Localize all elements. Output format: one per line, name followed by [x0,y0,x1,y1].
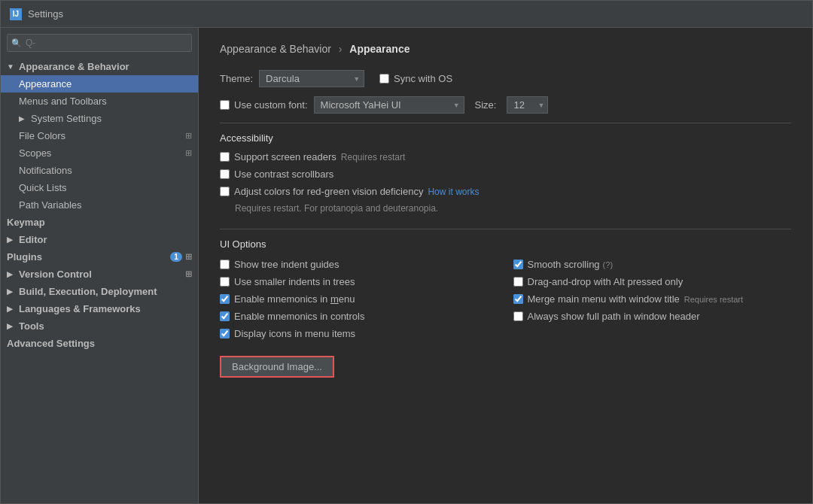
screen-readers-row: Support screen readers Requires restart [220,151,791,162]
mnemonics-menu-row: Enable mnemonics in menu [220,293,498,305]
sync-os-container: Sync with OS [379,73,452,84]
window-title: Settings [28,8,63,20]
search-icon: 🔍 [11,38,22,48]
mnemonics-controls-label: Enable mnemonics in controls [234,311,364,322]
screen-readers-label: Support screen readers [234,151,336,162]
sidebar-item-tools[interactable]: ▶ Tools [1,317,198,335]
sidebar-item-path-variables[interactable]: Path Variables [1,196,198,214]
smooth-scrolling-label: Smooth scrolling [528,259,600,270]
chevron-down-icon: ▼ [7,62,16,71]
plugins-badge: 1 [170,252,182,262]
sidebar-item-advanced-settings[interactable]: Advanced Settings [1,335,198,352]
drag-drop-checkbox[interactable] [513,277,523,287]
smooth-scrolling-help-icon[interactable]: (?) [603,260,613,269]
background-image-button[interactable]: Background Image... [220,356,334,378]
sidebar-item-plugins[interactable]: Plugins 1 ⊞ [1,248,198,266]
sidebar-item-appearance-behavior[interactable]: ▼ Appearance & Behavior [1,58,198,75]
custom-font-row: Use custom font: Microsoft YaHei UI Size… [220,96,791,114]
sidebar-item-quick-lists[interactable]: Quick Lists [1,179,198,196]
sidebar-item-version-control[interactable]: ▶ Version Control ⊞ [1,266,198,283]
sidebar-item-scopes[interactable]: Scopes ⊞ [1,144,198,162]
scopes-icon: ⊞ [185,148,192,158]
tree-indent-checkbox[interactable] [220,260,230,269]
font-select-wrapper: Microsoft YaHei UI [314,96,464,114]
divider-1 [220,123,791,123]
breadcrumb: Appearance & Behavior › Appearance [220,43,791,55]
mnemonics-controls-row: Enable mnemonics in controls [220,311,498,322]
theme-row: Theme: Darcula IntelliJ Light High Contr… [220,70,791,87]
theme-select-wrapper: Darcula IntelliJ Light High Contrast [259,70,364,87]
screen-readers-checkbox[interactable] [220,152,230,162]
main-content: Appearance & Behavior › Appearance Theme… [199,28,812,503]
merge-menu-restart: Requires restart [684,295,743,304]
chevron-right-icon-editor: ▶ [7,235,16,244]
sidebar-item-notifications[interactable]: Notifications [1,162,198,179]
accessibility-section: Accessibility Support screen readers Req… [220,132,791,214]
sidebar-item-appearance[interactable]: Appearance [1,75,198,93]
mnemonics-controls-checkbox[interactable] [220,311,230,321]
color-deficiency-checkbox[interactable] [220,187,230,196]
smaller-indents-label: Use smaller indents in trees [234,276,355,287]
ui-options-left: Show tree indent guides Use smaller inde… [220,259,498,339]
breadcrumb-current: Appearance [349,43,410,55]
drag-drop-row: Drag-and-drop with Alt pressed only [513,276,792,287]
contrast-scrollbars-row: Use contrast scrollbars [220,169,791,180]
smaller-indents-checkbox[interactable] [220,277,230,287]
sync-os-checkbox[interactable] [379,74,389,83]
sidebar-item-system-settings[interactable]: ▶ System Settings [1,110,198,127]
merge-menu-checkbox[interactable] [513,294,523,304]
sidebar-item-keymap[interactable]: Keymap [1,214,198,231]
vc-icon: ⊞ [185,269,192,279]
sidebar: 🔍 ▼ Appearance & Behavior Appearance Men… [1,28,199,503]
font-size-wrapper: 12 11 13 14 [507,96,548,114]
sidebar-item-build-execution[interactable]: ▶ Build, Execution, Deployment [1,283,198,300]
accessibility-title: Accessibility [220,132,791,144]
file-colors-icon: ⊞ [185,131,192,141]
ui-options-grid: Show tree indent guides Use smaller inde… [220,259,791,339]
app-icon: IJ [10,8,22,20]
merge-menu-row: Merge main menu with window title Requir… [513,293,792,305]
contrast-scrollbars-checkbox[interactable] [220,169,230,179]
breadcrumb-separator: › [339,43,343,55]
custom-font-checkbox[interactable] [220,100,230,110]
ui-options-title: UI Options [220,238,791,250]
size-label: Size: [475,99,497,111]
tree-indent-label: Show tree indent guides [234,259,339,270]
search-input[interactable] [7,34,192,52]
color-deficiency-row: Adjust colors for red-green vision defic… [220,186,791,197]
ui-options-right: Smooth scrolling (?) Drag-and-drop with … [513,259,792,339]
drag-drop-label: Drag-and-drop with Alt pressed only [528,276,684,287]
full-path-row: Always show full path in window header [513,311,792,322]
font-select[interactable]: Microsoft YaHei UI [314,96,464,114]
display-icons-label: Display icons in menu items [234,328,355,339]
sidebar-item-file-colors[interactable]: File Colors ⊞ [1,127,198,144]
chevron-right-icon-tools: ▶ [7,322,16,330]
mnemonics-menu-checkbox[interactable] [220,294,230,304]
tree-indent-row: Show tree indent guides [220,259,498,270]
mnemonics-menu-label: Enable mnemonics in menu [234,293,355,305]
display-icons-row: Display icons in menu items [220,328,498,339]
display-icons-checkbox[interactable] [220,329,230,339]
full-path-label: Always show full path in window header [528,311,700,322]
chevron-right-icon-build: ▶ [7,287,16,296]
custom-font-label: Use custom font: [234,99,308,111]
smooth-scrolling-row: Smooth scrolling (?) [513,259,792,270]
content-area: 🔍 ▼ Appearance & Behavior Appearance Men… [1,28,812,503]
sync-os-label: Sync with OS [394,73,452,84]
breadcrumb-parent: Appearance & Behavior [220,43,331,55]
screen-readers-restart: Requires restart [341,152,405,162]
theme-select[interactable]: Darcula IntelliJ Light High Contrast [259,70,364,87]
font-size-select[interactable]: 12 11 13 14 [507,96,548,114]
color-deficiency-subtext: Requires restart. For protanopia and deu… [235,203,791,214]
plugins-icon: ⊞ [185,252,192,262]
theme-label: Theme: [220,73,253,84]
sidebar-item-editor[interactable]: ▶ Editor [1,231,198,248]
smooth-scrolling-checkbox[interactable] [513,260,523,269]
sidebar-item-languages-frameworks[interactable]: ▶ Languages & Frameworks [1,300,198,317]
ui-options-section: UI Options Show tree indent guides Use s… [220,238,791,378]
how-it-works-link[interactable]: How it works [428,187,479,197]
search-container: 🔍 [7,34,192,52]
sidebar-item-menus-toolbars[interactable]: Menus and Toolbars [1,93,198,110]
full-path-checkbox[interactable] [513,311,523,321]
contrast-scrollbars-label: Use contrast scrollbars [234,169,333,180]
